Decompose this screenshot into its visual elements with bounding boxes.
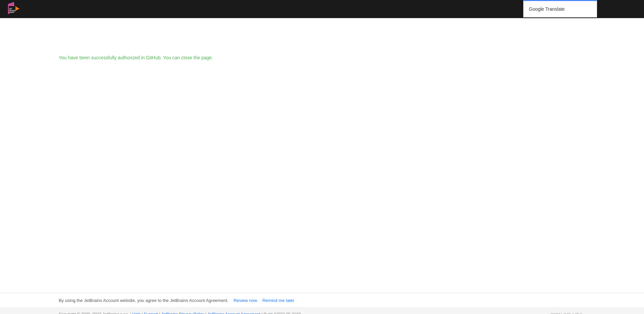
navbar: JET BRAINS Google Translate — [0, 0, 644, 18]
main-content: You have been successfully authorized in… — [0, 18, 644, 293]
svg-text:BRAINS: BRAINS — [9, 10, 16, 12]
csdn-watermark: CSDN @猫小懒丫_ — [550, 312, 585, 314]
footer: Copyright © 2000–2023 JetBrains s.r.o. |… — [0, 308, 644, 314]
navbar-logo[interactable]: JET BRAINS — [7, 1, 22, 17]
remind-later-link[interactable]: Remind me later — [262, 298, 294, 303]
review-now-link[interactable]: Review now — [233, 298, 257, 303]
footer-copyright: Copyright © 2000–2023 JetBrains s.r.o. — [59, 312, 129, 314]
google-translate-label: Google Translate — [529, 6, 565, 12]
consent-bar: By using the JetBrains Account website, … — [0, 293, 644, 308]
footer-help-link[interactable]: Help — [132, 312, 141, 314]
google-translate-item[interactable]: Google Translate — [524, 4, 597, 14]
footer-privacy-link[interactable]: JetBrains Privacy Policy — [161, 312, 204, 314]
google-translate-dropdown[interactable]: Google Translate — [523, 0, 597, 17]
footer-agreement-link[interactable]: JetBrains Account Agreement — [208, 312, 260, 314]
consent-text: By using the JetBrains Account website, … — [59, 298, 228, 303]
success-message: You have been successfully authorized in… — [59, 55, 585, 60]
jetbrains-logo: JET BRAINS — [7, 1, 22, 17]
footer-build: Build #2023.05-3169 — [264, 312, 301, 314]
footer-support-link[interactable]: Support — [144, 312, 158, 314]
